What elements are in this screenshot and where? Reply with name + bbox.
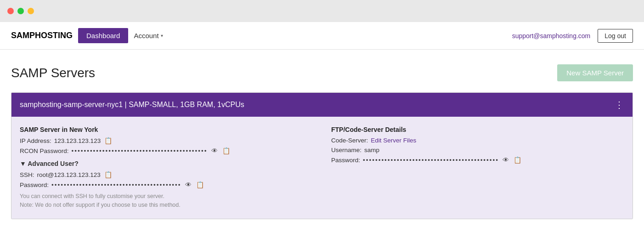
advanced-section: ▼ Advanced User? SSH: root@123.123.123.1… <box>20 160 313 210</box>
copy-ssh-button[interactable]: 📋 <box>103 171 113 178</box>
ftp-username-value: samp <box>364 147 379 153</box>
advanced-user-toggle[interactable]: ▼ Advanced User? <box>20 160 313 167</box>
ssh-note-line2: Note: We do not offer support if you cho… <box>20 201 313 210</box>
ftp-password-label: Password: <box>331 157 360 164</box>
account-nav-button[interactable]: Account ▾ <box>128 28 168 43</box>
maximize-icon[interactable] <box>28 8 34 14</box>
edit-server-files-link[interactable]: Edit Server Files <box>371 137 416 144</box>
ftp-password-row: Password: ••••••••••••••••••••••••••••••… <box>331 156 624 164</box>
code-server-label: Code-Server: <box>331 137 368 144</box>
server-card-header: samphosting-samp-server-nyc1 | SAMP-SMAL… <box>11 93 633 117</box>
copy-ftp-password-button[interactable]: 📋 <box>513 156 522 164</box>
minimize-icon[interactable] <box>17 8 24 14</box>
server-card-title: samphosting-samp-server-nyc1 | SAMP-SMAL… <box>20 101 244 109</box>
dashboard-nav-button[interactable]: Dashboard <box>78 28 128 43</box>
ip-value: 123.123.123.123 <box>54 137 101 144</box>
copy-ssh-password-button[interactable]: 📋 <box>195 181 205 188</box>
ssh-password-dots: ••••••••••••••••••••••••••••••••••••••••… <box>51 182 181 188</box>
page-title: SAMP Servers <box>11 66 95 80</box>
ssh-note-line1: You can connect with SSH to fully custom… <box>20 192 313 201</box>
brand-logo: SAMPHOSTING <box>11 31 73 40</box>
new-server-button[interactable]: New SAMP Server <box>557 64 633 81</box>
ssh-password-row: Password: ••••••••••••••••••••••••••••••… <box>20 181 313 188</box>
rcon-password-row: RCON Password: •••••••••••••••••••••••••… <box>20 147 313 154</box>
ssh-password-label: Password: <box>20 182 49 188</box>
ssh-row: SSH: root@123.123.123.123 📋 <box>20 171 313 178</box>
ssh-value: root@123.123.123.123 <box>37 171 101 178</box>
ip-address-row: IP Address: 123.123.123.123 📋 <box>20 137 313 144</box>
logout-button[interactable]: Log out <box>598 29 633 43</box>
copy-ip-button[interactable]: 📋 <box>103 137 113 144</box>
copy-rcon-button[interactable]: 📋 <box>221 147 231 154</box>
navbar: SAMPHOSTING Dashboard Account ▾ support@… <box>0 22 644 50</box>
close-icon[interactable] <box>7 8 14 14</box>
toggle-ssh-password-button[interactable]: 👁 <box>184 181 192 188</box>
server-right-section: FTP/Code-Server Details Code-Server: Edi… <box>331 126 624 210</box>
page-header: SAMP Servers New SAMP Server <box>11 64 633 81</box>
code-server-row: Code-Server: Edit Server Files <box>331 137 624 144</box>
ftp-username-label: Username: <box>331 147 362 153</box>
server-card-body: SAMP Server in New York IP Address: 123.… <box>11 117 633 219</box>
server-left-section: SAMP Server in New York IP Address: 123.… <box>20 126 313 210</box>
account-nav-label: Account <box>134 32 158 40</box>
ssh-note: You can connect with SSH to fully custom… <box>20 192 313 210</box>
support-email-link[interactable]: support@samphosting.com <box>512 32 591 40</box>
ftp-username-row: Username: samp <box>331 147 624 153</box>
ip-label: IP Address: <box>20 137 51 144</box>
server-left-title: SAMP Server in New York <box>20 126 313 133</box>
ssh-label: SSH: <box>20 171 34 178</box>
server-menu-icon[interactable]: ⋮ <box>615 99 624 110</box>
server-card: samphosting-samp-server-nyc1 | SAMP-SMAL… <box>11 92 633 219</box>
main-window: SAMPHOSTING Dashboard Account ▾ support@… <box>0 22 644 244</box>
chevron-down-icon: ▾ <box>161 33 163 38</box>
server-right-title: FTP/Code-Server Details <box>331 126 624 133</box>
navbar-right: support@samphosting.com Log out <box>512 29 633 43</box>
content-area: SAMP Servers New SAMP Server samphosting… <box>0 50 644 219</box>
title-bar <box>0 0 644 22</box>
ftp-password-dots: ••••••••••••••••••••••••••••••••••••••••… <box>363 157 499 164</box>
toggle-rcon-password-button[interactable]: 👁 <box>210 147 219 154</box>
toggle-ftp-password-button[interactable]: 👁 <box>502 156 510 164</box>
rcon-label: RCON Password: <box>20 148 69 154</box>
rcon-dots: ••••••••••••••••••••••••••••••••••••••••… <box>72 148 208 154</box>
